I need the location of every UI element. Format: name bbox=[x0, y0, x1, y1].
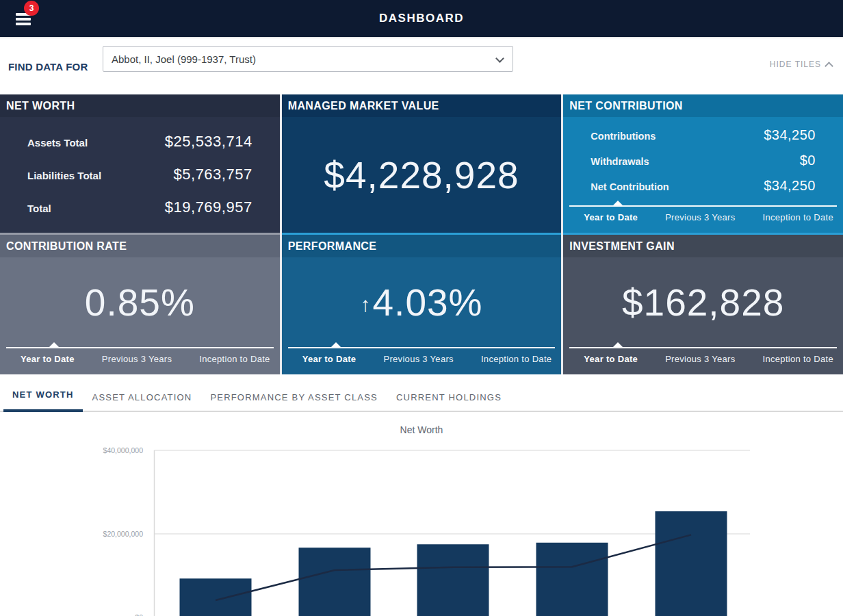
tile-contribution-rate-title: CONTRIBUTION RATE bbox=[0, 235, 280, 257]
selected-period-marker bbox=[288, 347, 556, 348]
contribution-rate-value: 0.85% bbox=[0, 257, 280, 347]
tile-investment-gain: INVESTMENT GAIN $162,828 Year to Date Pr… bbox=[563, 233, 843, 374]
net-worth-row-total: Total $19,769,957 bbox=[27, 191, 252, 224]
selected-period-marker bbox=[569, 347, 837, 348]
tile-net-contribution: NET CONTRIBUTION Contributions $34,250 W… bbox=[563, 94, 843, 233]
summary-tiles: NET WORTH Assets Total $25,533,714 Liabi… bbox=[0, 94, 843, 374]
svg-text:$20,000,000: $20,000,000 bbox=[103, 530, 144, 538]
tile-investment-gain-title: INVESTMENT GAIN bbox=[563, 235, 843, 257]
managed-market-value-amount: $4,228,928 bbox=[282, 117, 562, 233]
tile-net-worth-title: NET WORTH bbox=[0, 94, 280, 117]
app-header: 3 DASHBOARD bbox=[0, 0, 843, 37]
period-tab-previous-3-years[interactable]: Previous 3 Years bbox=[665, 354, 735, 364]
investment-gain-value: $162,828 bbox=[563, 257, 843, 347]
net-worth-row-assets: Assets Total $25,533,714 bbox=[27, 125, 252, 158]
period-selector: Year to Date Previous 3 Years Inception … bbox=[0, 347, 280, 374]
svg-text:$0: $0 bbox=[135, 613, 143, 616]
tab-performance-by-asset-class[interactable]: PERFORMANCE BY ASSET CLASS bbox=[201, 392, 387, 412]
tile-net-contribution-title: NET CONTRIBUTION bbox=[563, 94, 843, 117]
tab-current-holdings[interactable]: CURRENT HOLDINGS bbox=[387, 392, 510, 412]
selected-period-marker bbox=[6, 347, 274, 348]
account-select[interactable]: Abbot, II, Joel (999-1937, Trust) bbox=[103, 46, 513, 72]
tab-net-worth[interactable]: NET WORTH bbox=[3, 389, 83, 412]
period-tab-inception-to-date[interactable]: Inception to Date bbox=[763, 212, 833, 222]
page-title: DASHBOARD bbox=[0, 0, 843, 37]
hide-tiles-button[interactable]: HIDE TILES bbox=[770, 60, 832, 69]
tile-performance-title: PERFORMANCE bbox=[282, 235, 562, 257]
period-selector: Year to Date Previous 3 Years Inception … bbox=[282, 347, 562, 374]
performance-value: ↑ 4.03% bbox=[282, 257, 562, 347]
period-tab-inception-to-date[interactable]: Inception to Date bbox=[481, 354, 552, 364]
chart-title: Net Worth bbox=[0, 424, 843, 438]
tile-mmv-title: MANAGED MARKET VALUE bbox=[282, 94, 562, 117]
net-worth-chart: $40,000,000$20,000,000$0 bbox=[0, 438, 843, 616]
tile-net-worth: NET WORTH Assets Total $25,533,714 Liabi… bbox=[0, 94, 280, 233]
period-tab-year-to-date[interactable]: Year to Date bbox=[302, 354, 356, 364]
period-tab-previous-3-years[interactable]: Previous 3 Years bbox=[665, 212, 735, 222]
net-worth-chart-svg: $40,000,000$20,000,000$0 bbox=[0, 438, 843, 616]
net-contribution-row-net: Net Contribution $34,250 bbox=[591, 173, 816, 198]
net-worth-row-liabilities: Liabilities Total $5,763,757 bbox=[27, 158, 252, 191]
find-data-label: FIND DATA FOR bbox=[8, 61, 88, 73]
period-tab-year-to-date[interactable]: Year to Date bbox=[21, 354, 75, 364]
period-selector: Year to Date Previous 3 Years Inception … bbox=[563, 205, 843, 233]
section-tab-bar: NET WORTH ASSET ALLOCATION PERFORMANCE B… bbox=[0, 374, 843, 412]
net-contribution-row-withdrawals: Withdrawals $0 bbox=[591, 148, 816, 173]
arrow-up-icon: ↑ bbox=[361, 293, 372, 316]
chevron-down-icon bbox=[495, 54, 504, 63]
find-data-bar: FIND DATA FOR Abbot, II, Joel (999-1937,… bbox=[0, 37, 843, 94]
period-tab-inception-to-date[interactable]: Inception to Date bbox=[763, 354, 833, 364]
period-selector: Year to Date Previous 3 Years Inception … bbox=[563, 347, 843, 374]
tab-asset-allocation[interactable]: ASSET ALLOCATION bbox=[83, 392, 201, 412]
tile-managed-market-value: MANAGED MARKET VALUE $4,228,928 bbox=[282, 94, 562, 233]
chevron-up-icon bbox=[825, 62, 833, 70]
period-tab-year-to-date[interactable]: Year to Date bbox=[584, 212, 638, 222]
period-tab-year-to-date[interactable]: Year to Date bbox=[584, 354, 638, 364]
net-contribution-row-contributions: Contributions $34,250 bbox=[591, 123, 816, 148]
account-select-value: Abbot, II, Joel (999-1937, Trust) bbox=[112, 53, 256, 65]
svg-text:$40,000,000: $40,000,000 bbox=[103, 446, 144, 454]
tile-contribution-rate: CONTRIBUTION RATE 0.85% Year to Date Pre… bbox=[0, 233, 280, 374]
selected-period-marker bbox=[569, 205, 837, 207]
period-tab-previous-3-years[interactable]: Previous 3 Years bbox=[383, 354, 453, 364]
hide-tiles-label: HIDE TILES bbox=[770, 60, 821, 69]
period-tab-inception-to-date[interactable]: Inception to Date bbox=[199, 354, 270, 364]
period-tab-previous-3-years[interactable]: Previous 3 Years bbox=[102, 354, 172, 364]
tile-performance: PERFORMANCE ↑ 4.03% Year to Date Previou… bbox=[282, 233, 562, 374]
